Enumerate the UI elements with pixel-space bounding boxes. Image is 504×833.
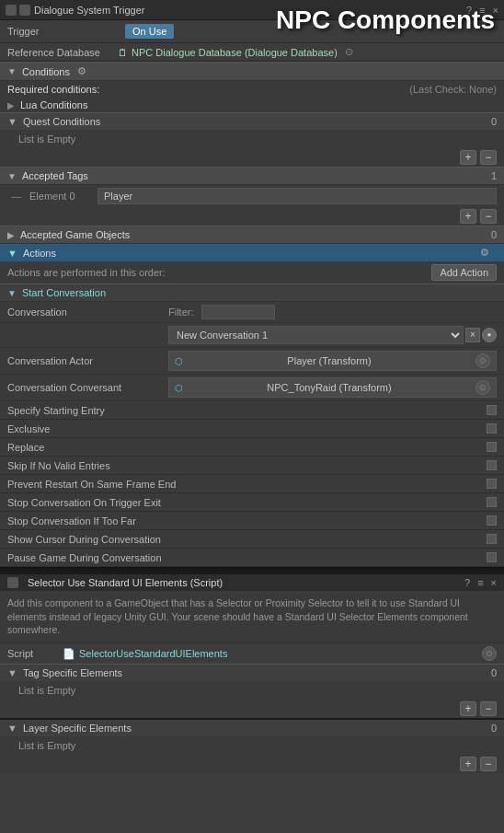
script-help-icon[interactable]: ?	[464, 577, 470, 588]
script-checkbox-icon	[7, 577, 18, 588]
quest-add-button[interactable]: +	[460, 150, 476, 165]
filter-input[interactable]	[201, 305, 275, 319]
conditions-header[interactable]: ▼ Conditions ⚙	[0, 62, 504, 81]
accepted-tags-header[interactable]: ▼ Accepted Tags 1	[0, 167, 504, 185]
conversation-conversant-row: Conversation Conversant ⬡ NPC_TonyRaid (…	[0, 375, 504, 401]
pause-game-row: Pause Game During Conversation	[0, 549, 504, 567]
exclusive-row: Exclusive	[0, 420, 504, 438]
conversation-actor-row: Conversation Actor ⬡ Player (Transform) …	[0, 348, 504, 375]
show-cursor-checkbox[interactable]	[487, 534, 497, 544]
actions-subtext: Actions are performed in this order:	[7, 267, 166, 278]
add-action-button[interactable]: Add Action	[431, 264, 497, 281]
replace-row: Replace	[0, 438, 504, 457]
prevent-restart-label: Prevent Restart On Same Frame End	[7, 479, 483, 490]
script-menu-icon[interactable]: ≡	[477, 577, 483, 588]
title-bar-icons	[6, 5, 30, 16]
accepted-tags-title: Accepted Tags	[22, 170, 88, 181]
tag-value-input[interactable]	[97, 188, 497, 204]
lua-conditions-label: Lua Conditions	[20, 99, 87, 110]
script-label: Script	[7, 648, 63, 659]
exclusive-checkbox[interactable]	[487, 423, 497, 434]
reference-db-row: Reference Database 🗒 NPC Dialogue Databa…	[0, 43, 504, 62]
actor-text: Player (Transform)	[287, 355, 371, 366]
conditions-arrow-icon: ▼	[7, 66, 17, 76]
layer-specific-arrow-icon: ▼	[7, 723, 17, 734]
layer-specific-remove-button[interactable]: −	[480, 757, 497, 771]
select-conversation-button[interactable]: ●	[482, 328, 497, 342]
ref-db-value: 🗒 NPC Dialogue Database (Dialogue Databa…	[118, 46, 353, 58]
layer-specific-count: 0	[491, 723, 497, 734]
tags-add-button[interactable]: +	[460, 209, 476, 224]
skip-no-valid-label: Skip If No Valid Entries	[7, 460, 483, 471]
title-actions: ? ≡ ×	[466, 5, 498, 16]
script-file-icon: 📄	[63, 648, 75, 660]
script-file-name: SelectorUseStandardUIElements	[79, 648, 227, 659]
exclusive-label: Exclusive	[7, 423, 483, 434]
dropdown-icon	[19, 5, 30, 16]
quest-remove-button[interactable]: −	[480, 150, 497, 165]
conversant-select-button[interactable]: ⊙	[475, 380, 490, 395]
help-icon[interactable]: ?	[466, 5, 472, 16]
actions-gear-icon[interactable]: ⚙	[480, 247, 489, 259]
conversant-label: Conversation Conversant	[7, 382, 168, 393]
script-select-button[interactable]: ⊙	[482, 646, 497, 661]
ref-db-text: NPC Dialogue Database (Dialogue Database…	[132, 47, 338, 58]
quest-plus-minus-row: + −	[0, 148, 504, 167]
start-conv-arrow-icon: ▼	[7, 288, 17, 298]
conversation-dropdown[interactable]: New Conversation 1	[168, 326, 464, 344]
conversant-text: NPC_TonyRaid (Transform)	[267, 382, 391, 393]
specify-starting-entry-row: Specify Starting Entry	[0, 401, 504, 420]
tag-specific-add-button[interactable]: +	[460, 701, 476, 716]
layer-specific-list-empty: List is Empty	[0, 736, 504, 755]
lua-arrow-icon: ▶	[7, 100, 15, 110]
tag-specific-arrow-icon: ▼	[7, 667, 17, 678]
filter-label: Filter:	[168, 307, 194, 318]
quest-conditions-header[interactable]: ▼ Quest Conditions 0	[0, 112, 504, 130]
accepted-gameobjects-header[interactable]: ▶ Accepted Game Objects 0	[0, 226, 504, 244]
tag-specific-plus-minus-row: + −	[0, 700, 504, 718]
layer-specific-add-button[interactable]: +	[460, 757, 476, 771]
title-bar: Dialogue System Trigger ? ≡ ×	[0, 0, 504, 20]
stop-too-far-checkbox[interactable]	[487, 515, 497, 526]
actor-label: Conversation Actor	[7, 355, 168, 366]
accepted-tags-count: 1	[491, 170, 497, 181]
trigger-row: Trigger On Use	[0, 20, 504, 43]
tag-specific-title: Tag Specific Elements	[23, 667, 491, 678]
menu-icon[interactable]: ≡	[479, 5, 485, 16]
tag-element-row: — Element 0	[0, 185, 504, 207]
selector-script-header: Selector Use Standard UI Elements (Scrip…	[0, 574, 504, 591]
tag-specific-header[interactable]: ▼ Tag Specific Elements 0	[0, 664, 504, 681]
actor-icon: ⬡	[175, 356, 183, 366]
script-close-icon[interactable]: ×	[491, 577, 497, 588]
close-icon[interactable]: ×	[493, 5, 498, 16]
pause-game-checkbox[interactable]	[487, 552, 497, 562]
script-value: 📄 SelectorUseStandardUIElements	[63, 648, 482, 660]
accepted-gameobjects-count: 0	[491, 229, 497, 240]
replace-checkbox[interactable]	[487, 442, 497, 452]
tags-remove-button[interactable]: −	[480, 209, 497, 224]
start-conv-title: Start Conversation	[22, 287, 106, 298]
lua-conditions-row[interactable]: ▶ Lua Conditions	[0, 98, 504, 112]
db-icon: 🗒	[118, 47, 128, 58]
layer-specific-header[interactable]: ▼ Layer Specific Elements 0	[0, 718, 504, 736]
actor-select-button[interactable]: ⊙	[475, 353, 490, 368]
conditions-gear-icon[interactable]: ⚙	[77, 65, 86, 77]
trigger-label: Trigger	[7, 26, 118, 37]
stop-on-trigger-exit-checkbox[interactable]	[487, 497, 497, 507]
layer-specific-title: Layer Specific Elements	[23, 723, 491, 734]
quest-list-empty: List is Empty	[0, 130, 504, 148]
specify-starting-entry-checkbox[interactable]	[487, 405, 497, 415]
on-use-button[interactable]: On Use	[125, 24, 174, 39]
conversation-filter-row: Conversation Filter:	[0, 302, 504, 323]
prevent-restart-checkbox[interactable]	[487, 479, 497, 489]
skip-no-valid-checkbox[interactable]	[487, 460, 497, 470]
skip-no-valid-row: Skip If No Valid Entries	[0, 457, 504, 475]
clear-conversation-button[interactable]: ×	[465, 328, 480, 342]
tag-specific-remove-button[interactable]: −	[480, 701, 497, 716]
start-conversation-header[interactable]: ▼ Start Conversation	[0, 283, 504, 302]
filter-row: Filter:	[168, 305, 497, 319]
ref-db-settings-icon[interactable]: ⊙	[345, 46, 353, 58]
script-description: Add this component to a GameObject that …	[0, 591, 504, 642]
conditions-content: Required conditions: (Last Check: None) …	[0, 81, 504, 167]
actions-subtext-row: Actions are performed in this order: Add…	[0, 261, 504, 283]
